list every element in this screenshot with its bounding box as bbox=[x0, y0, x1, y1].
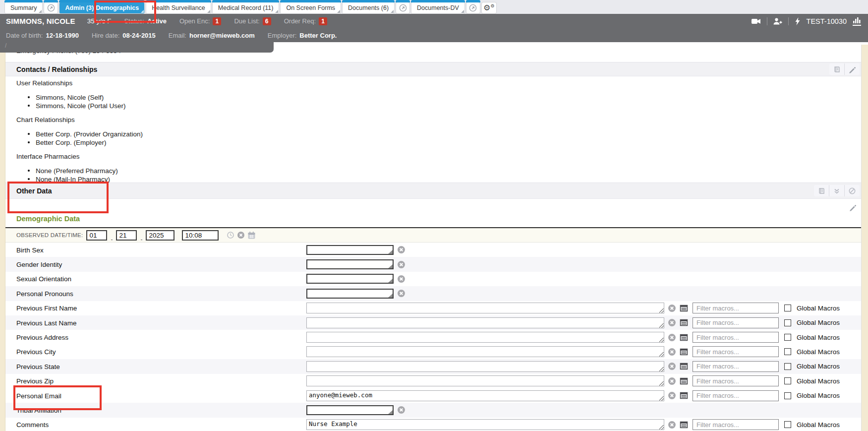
global-macros-checkbox[interactable] bbox=[784, 319, 791, 326]
filter-macros-input[interactable] bbox=[693, 303, 779, 313]
person-plus-icon[interactable] bbox=[773, 17, 782, 25]
clear-field-button[interactable] bbox=[397, 289, 405, 298]
tab-medical-record-11[interactable]: Medical Record (11) bbox=[213, 2, 279, 13]
observed-time-input[interactable]: 10:08 bbox=[182, 230, 219, 241]
filter-macros-input[interactable] bbox=[693, 317, 779, 328]
resize-grip[interactable] bbox=[659, 323, 664, 328]
value-textarea[interactable]: Nurse Example bbox=[306, 419, 664, 430]
due-list-badge[interactable]: 6 bbox=[263, 17, 271, 25]
global-macros-checkbox[interactable] bbox=[784, 348, 791, 355]
tab-health-surveillance[interactable]: Health Surveillance bbox=[146, 2, 211, 13]
clear-field-button[interactable] bbox=[397, 246, 405, 254]
edit-demographics-button[interactable] bbox=[849, 203, 857, 211]
filter-macros-input[interactable] bbox=[693, 346, 779, 357]
clear-field-button[interactable] bbox=[668, 348, 676, 356]
macros-list-button[interactable] bbox=[680, 362, 688, 370]
filter-macros-input[interactable] bbox=[693, 419, 779, 430]
pencil-icon bbox=[849, 203, 857, 211]
list-icon bbox=[680, 362, 688, 370]
contacts-relationships-title: Contacts / Relationships bbox=[5, 65, 97, 73]
clear-field-button[interactable] bbox=[668, 377, 676, 385]
order-req-badge[interactable]: 1 bbox=[319, 17, 327, 25]
resize-grip[interactable] bbox=[659, 367, 664, 371]
tab-popout-button[interactable] bbox=[44, 2, 58, 13]
value-select-input[interactable] bbox=[306, 259, 394, 269]
tab-on-screen-forms[interactable]: On Screen Forms bbox=[281, 2, 341, 13]
collapse-section-button[interactable] bbox=[829, 185, 844, 196]
global-macros-checkbox[interactable] bbox=[784, 392, 791, 399]
circle-x-icon bbox=[668, 362, 676, 370]
filter-macros-input[interactable] bbox=[693, 361, 779, 372]
macros-list-button[interactable] bbox=[680, 391, 688, 400]
tab-popout-button[interactable] bbox=[396, 2, 409, 13]
macros-list-button[interactable] bbox=[680, 421, 688, 429]
clear-field-button[interactable] bbox=[397, 260, 405, 269]
resize-grip[interactable] bbox=[659, 396, 664, 401]
tab-popout-button[interactable] bbox=[466, 2, 480, 13]
filter-macros-input[interactable] bbox=[693, 332, 779, 343]
value-textarea[interactable] bbox=[306, 303, 664, 313]
circle-x-icon bbox=[668, 348, 676, 356]
clear-field-button[interactable] bbox=[668, 391, 676, 400]
chart-settings-button[interactable]: ⚙⚙ bbox=[482, 2, 496, 13]
observed-datetime-label: OBSERVED DATE/TIME: bbox=[16, 232, 83, 238]
resize-grip[interactable] bbox=[659, 308, 664, 313]
disable-section-button[interactable] bbox=[844, 185, 860, 196]
journal-button[interactable] bbox=[814, 185, 829, 196]
journal-button[interactable] bbox=[829, 63, 844, 75]
clear-datetime-button[interactable] bbox=[237, 231, 245, 239]
value-select-input[interactable] bbox=[306, 405, 394, 415]
calendar-icon[interactable] bbox=[247, 231, 256, 240]
global-macros-checkbox[interactable] bbox=[784, 334, 791, 341]
form-row-previous-state: Previous State Global Macros bbox=[5, 359, 862, 373]
macros-list-button[interactable] bbox=[680, 348, 688, 356]
clock-icon[interactable] bbox=[227, 231, 234, 239]
tab-documents-6[interactable]: Documents (6) bbox=[343, 2, 394, 13]
tab-summary[interactable]: Summary bbox=[5, 2, 42, 13]
resize-grip[interactable] bbox=[659, 338, 664, 342]
filter-macros-input[interactable] bbox=[693, 390, 779, 401]
value-textarea[interactable] bbox=[306, 346, 664, 357]
clear-field-button[interactable] bbox=[668, 304, 676, 312]
clear-field-button[interactable] bbox=[668, 421, 676, 429]
status-value: Active bbox=[147, 17, 167, 25]
observed-month-input[interactable]: 01 bbox=[86, 230, 107, 241]
value-select-input[interactable] bbox=[306, 274, 394, 284]
value-textarea[interactable] bbox=[306, 317, 664, 328]
clear-field-button[interactable] bbox=[668, 362, 676, 370]
demographic-data-title: Demographic Data bbox=[16, 215, 80, 223]
global-macros-checkbox[interactable] bbox=[784, 305, 791, 311]
value-textarea[interactable] bbox=[306, 332, 664, 343]
clear-field-button[interactable] bbox=[397, 406, 405, 414]
tab-documents-dv[interactable]: Documents-DV bbox=[411, 2, 464, 13]
clear-field-button[interactable] bbox=[668, 318, 676, 327]
tab-admin-3-demographics[interactable]: Admin (3):Demographics bbox=[59, 2, 144, 13]
bar-chart-icon[interactable] bbox=[853, 16, 861, 26]
value-select-input[interactable] bbox=[306, 245, 394, 255]
value-textarea[interactable] bbox=[306, 375, 664, 386]
resize-grip[interactable] bbox=[659, 381, 664, 386]
observed-year-input[interactable]: 2025 bbox=[146, 230, 174, 241]
book-icon bbox=[833, 65, 841, 73]
observed-day-input[interactable]: 21 bbox=[116, 230, 137, 241]
video-camera-icon[interactable] bbox=[752, 17, 761, 25]
macros-list-button[interactable] bbox=[680, 377, 688, 385]
open-enc-badge[interactable]: 1 bbox=[213, 17, 221, 25]
clear-field-button[interactable] bbox=[397, 275, 405, 283]
clear-field-button[interactable] bbox=[668, 333, 676, 342]
global-macros-checkbox[interactable] bbox=[784, 377, 791, 384]
edit-section-button[interactable] bbox=[844, 63, 860, 75]
value-textarea[interactable]: anyone@mieweb.com bbox=[306, 390, 664, 401]
global-macros-checkbox[interactable] bbox=[784, 421, 791, 428]
global-macros-checkbox[interactable] bbox=[784, 363, 791, 370]
macros-list-button[interactable] bbox=[680, 333, 688, 342]
lightning-icon[interactable] bbox=[795, 17, 801, 25]
global-macros-label: Global Macros bbox=[797, 348, 840, 356]
value-select-input[interactable] bbox=[306, 289, 394, 299]
macros-list-button[interactable] bbox=[680, 304, 688, 312]
value-textarea[interactable] bbox=[306, 361, 664, 372]
resize-grip[interactable] bbox=[659, 425, 664, 430]
macros-list-button[interactable] bbox=[680, 318, 688, 327]
filter-macros-input[interactable] bbox=[693, 375, 779, 386]
resize-grip[interactable] bbox=[659, 352, 664, 357]
